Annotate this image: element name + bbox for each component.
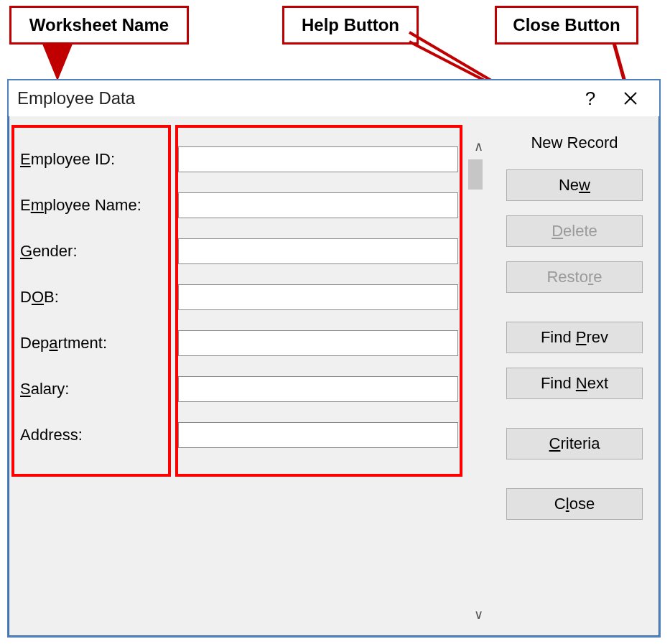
dialog-title: Employee Data bbox=[17, 88, 570, 108]
form-row: Gender: bbox=[20, 228, 458, 274]
help-button[interactable]: ? bbox=[570, 82, 610, 115]
close-icon bbox=[623, 91, 638, 106]
field-input[interactable] bbox=[178, 422, 458, 448]
find-next-button[interactable]: Find Next bbox=[506, 368, 643, 399]
callout-close-button: Close Button bbox=[495, 6, 638, 45]
field-label: Employee ID: bbox=[20, 150, 178, 169]
field-input[interactable] bbox=[178, 238, 458, 264]
scroll-down-arrow-icon[interactable]: ∨ bbox=[468, 605, 488, 625]
close-button[interactable] bbox=[610, 82, 651, 115]
record-status-label: New Record bbox=[503, 134, 646, 152]
form-row: DOB: bbox=[20, 274, 458, 320]
dialog-titlebar: Employee Data ? bbox=[9, 80, 659, 116]
action-button-column: New Record New Delete Restore Find Prev … bbox=[503, 134, 646, 534]
scroll-up-arrow-icon[interactable]: ∧ bbox=[468, 136, 488, 157]
form-row: Salary: bbox=[20, 366, 458, 412]
field-label: Address: bbox=[20, 426, 178, 444]
field-input[interactable] bbox=[178, 284, 458, 310]
restore-button[interactable]: Restore bbox=[506, 261, 643, 293]
scroll-thumb[interactable] bbox=[468, 159, 483, 190]
field-label: Salary: bbox=[20, 380, 178, 398]
callout-worksheet-name: Worksheet Name bbox=[9, 6, 189, 45]
field-label: Gender: bbox=[20, 242, 178, 261]
data-form-dialog: Employee Data ? Employee ID:Employee Nam… bbox=[7, 79, 661, 638]
new-button[interactable]: New bbox=[506, 169, 643, 201]
field-input[interactable] bbox=[178, 330, 458, 356]
form-row: Department: bbox=[20, 320, 458, 366]
field-label: DOB: bbox=[20, 288, 178, 307]
callout-help-button: Help Button bbox=[282, 6, 419, 45]
criteria-button[interactable]: Criteria bbox=[506, 428, 643, 459]
form-row: Employee Name: bbox=[20, 182, 458, 228]
field-label: Department: bbox=[20, 334, 178, 353]
form-fields: Employee ID:Employee Name:Gender:DOB:Dep… bbox=[20, 136, 458, 458]
delete-button[interactable]: Delete bbox=[506, 215, 643, 247]
field-label: Employee Name: bbox=[20, 196, 178, 215]
record-scrollbar[interactable]: ∧ ∨ bbox=[468, 136, 488, 625]
form-row: Employee ID: bbox=[20, 136, 458, 182]
field-input[interactable] bbox=[178, 192, 458, 218]
find-prev-button[interactable]: Find Prev bbox=[506, 322, 643, 353]
field-input[interactable] bbox=[178, 376, 458, 402]
field-input[interactable] bbox=[178, 146, 458, 172]
close-form-button[interactable]: Close bbox=[506, 488, 643, 520]
form-row: Address: bbox=[20, 412, 458, 458]
